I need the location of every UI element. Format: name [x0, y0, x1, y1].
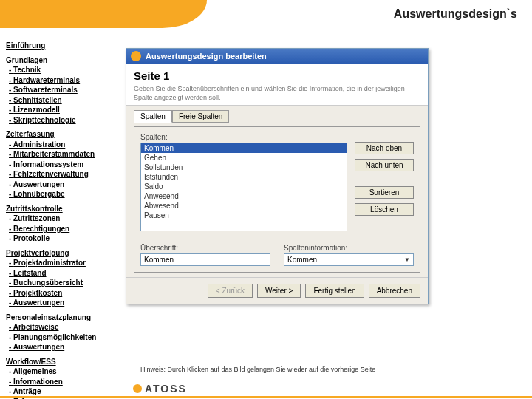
nav-section-personaleinsatzplanung[interactable]: Personaleinsatzplanung	[6, 313, 117, 323]
list-item[interactable]: Abwesend	[141, 201, 347, 211]
list-item[interactable]: Anwesend	[141, 191, 347, 201]
sidebar-nav: EinführungGrundlagenTechnikHardwaretermi…	[6, 41, 117, 399]
tab-columns[interactable]: Spalten	[134, 110, 172, 123]
nav-item[interactable]: Informationen	[9, 377, 117, 387]
list-item[interactable]: Gehen	[141, 153, 347, 163]
nav-item[interactable]: Softwareterminals	[9, 85, 117, 95]
move-down-button[interactable]: Nach unten	[355, 159, 414, 171]
nav-item[interactable]: Auswertungen	[9, 298, 117, 308]
divider	[140, 239, 414, 239]
caption-label: Überschrift:	[140, 244, 270, 252]
dialog-heading: Seite 1	[134, 69, 420, 82]
nav-item[interactable]: Projektadministrator	[9, 258, 117, 268]
dialog-edit-report-design: Auswertungsdesign bearbeiten Seite 1 Geb…	[126, 48, 429, 304]
chevron-down-icon: ▼	[404, 256, 410, 263]
nav-item[interactable]: Auswertungen	[9, 180, 117, 190]
columns-listbox[interactable]: KommenGehenSollstundenIststundenSaldoAnw…	[140, 143, 347, 231]
nav-item[interactable]: Planungsmöglichkeiten	[9, 332, 117, 343]
tab-free-columns[interactable]: Freie Spalten	[172, 110, 229, 123]
list-item[interactable]: Saldo	[141, 182, 347, 191]
nav-section-zeiterfassung[interactable]: Zeiterfassung	[6, 129, 117, 140]
nav-item[interactable]: Hardwareterminals	[9, 75, 117, 86]
next-button[interactable]: Weiter >	[257, 284, 301, 298]
nav-item[interactable]: Technik	[9, 65, 117, 75]
tab-bar: Spalten Freie Spalten	[134, 110, 420, 123]
nav-section-zutrittskontrolle[interactable]: Zutrittskontrolle	[6, 204, 117, 214]
nav-item[interactable]: Arbeitsweise	[9, 322, 117, 332]
nav-item[interactable]: Auswertungen	[9, 342, 117, 352]
list-item[interactable]: Kommen	[141, 143, 347, 153]
sort-button[interactable]: Sortieren	[355, 186, 414, 199]
dialog-header: Seite 1 Geben Sie die Spaltenüberschrift…	[126, 64, 428, 106]
brand-dot-icon	[133, 384, 142, 393]
nav-item[interactable]: Buchungsübersicht	[9, 278, 117, 288]
swoosh-shape	[0, 0, 207, 28]
brand-text: ATOSS	[145, 383, 187, 395]
nav-item[interactable]: Anträge	[9, 386, 117, 397]
cancel-button[interactable]: Abbrechen	[369, 284, 420, 298]
nav-item[interactable]: Informationssystem	[9, 160, 117, 170]
nav-section-workflow/ess[interactable]: Workflow/ESS	[6, 357, 117, 367]
nav-item[interactable]: Projektkosten	[9, 288, 117, 299]
page-title: Auswertungsdesign`s	[394, 7, 517, 21]
app-icon	[131, 51, 141, 61]
list-item[interactable]: Sollstunden	[141, 163, 347, 172]
dialog-title-text: Auswertungsdesign bearbeiten	[146, 52, 267, 61]
nav-section-einführung[interactable]: Einführung	[6, 41, 117, 51]
nav-item[interactable]: Skripttechnologie	[9, 115, 117, 126]
nav-item[interactable]: Schnittstellen	[9, 95, 117, 106]
dialog-description: Geben Sie die Spaltenüberschriften ein u…	[134, 85, 420, 102]
nav-item[interactable]: Protokolle	[9, 233, 117, 244]
footer-line	[0, 396, 532, 398]
dialog-titlebar: Auswertungsdesign bearbeiten	[126, 49, 428, 64]
nav-item[interactable]: Lohnübergabe	[9, 189, 117, 200]
tab-content: Spalten: KommenGehenSollstundenIststunde…	[134, 126, 420, 273]
finish-button[interactable]: Fertig stellen	[305, 284, 364, 298]
column-info-dropdown[interactable]: Kommen ▼	[284, 253, 414, 266]
nav-item[interactable]: Administration	[9, 140, 117, 150]
dialog-footer: < Zurück Weiter > Fertig stellen Abbrech…	[126, 277, 428, 304]
dialog-body: Spalten Freie Spalten Spalten: KommenGeh…	[126, 106, 428, 277]
columns-list-label: Spalten:	[140, 133, 347, 141]
back-button[interactable]: < Zurück	[208, 284, 253, 298]
delete-button[interactable]: Löschen	[355, 203, 414, 216]
hint-text: Hinweis: Durch Klicken auf das Bild gela…	[140, 366, 375, 373]
nav-item[interactable]: Zutrittszonen	[9, 214, 117, 224]
move-up-button[interactable]: Nach oben	[355, 142, 414, 154]
nav-item[interactable]: Allgemeines	[9, 366, 117, 377]
column-info-label: Spalteninformation:	[284, 244, 414, 252]
nav-item[interactable]: Fehlzeitenverwaltung	[9, 169, 117, 180]
nav-item[interactable]: Berechtigungen	[9, 224, 117, 234]
list-item[interactable]: Pausen	[141, 211, 347, 220]
brand-logo: ATOSS	[133, 383, 187, 395]
column-info-value: Kommen	[287, 256, 317, 264]
list-item[interactable]: Iststunden	[141, 172, 347, 182]
caption-input[interactable]	[140, 253, 270, 266]
nav-section-grundlagen[interactable]: Grundlagen	[6, 55, 117, 66]
nav-item[interactable]: Lizenzmodell	[9, 105, 117, 115]
nav-item[interactable]: Mitarbeiterstammdaten	[9, 149, 117, 160]
nav-section-projektverfolgung[interactable]: Projektverfolgung	[6, 248, 117, 259]
header-swoosh: Auswertungsdesign`s	[0, 0, 532, 33]
nav-item[interactable]: Leitstand	[9, 268, 117, 279]
